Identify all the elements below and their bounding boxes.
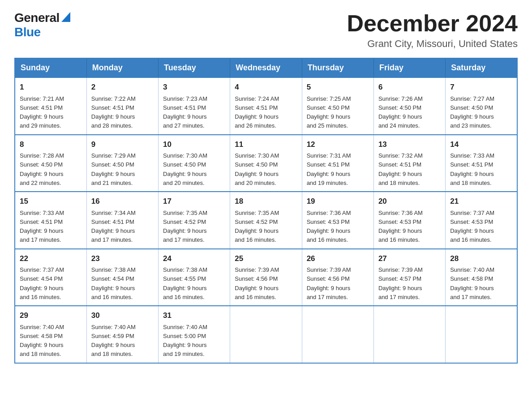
table-row: 9 Sunrise: 7:29 AMSunset: 4:50 PMDayligh…	[86, 135, 158, 192]
table-row: 5 Sunrise: 7:25 AMSunset: 4:50 PMDayligh…	[302, 77, 373, 135]
day-info: Sunrise: 7:28 AMSunset: 4:50 PMDaylight:…	[20, 152, 64, 186]
col-sunday: Sunday	[15, 58, 86, 77]
table-row: 6 Sunrise: 7:26 AMSunset: 4:50 PMDayligh…	[373, 77, 445, 135]
col-wednesday: Wednesday	[230, 58, 302, 77]
day-info: Sunrise: 7:40 AMSunset: 4:59 PMDaylight:…	[91, 324, 136, 358]
day-info: Sunrise: 7:25 AMSunset: 4:50 PMDaylight:…	[307, 95, 351, 129]
calendar-week-row: 8 Sunrise: 7:28 AMSunset: 4:50 PMDayligh…	[15, 135, 517, 192]
table-row: 4 Sunrise: 7:24 AMSunset: 4:51 PMDayligh…	[230, 77, 302, 135]
day-number: 24	[163, 253, 225, 265]
day-info: Sunrise: 7:40 AMSunset: 4:58 PMDaylight:…	[450, 266, 494, 300]
table-row: 28 Sunrise: 7:40 AMSunset: 4:58 PMDaylig…	[446, 249, 517, 306]
table-row: 18 Sunrise: 7:35 AMSunset: 4:52 PMDaylig…	[230, 192, 302, 249]
table-row	[446, 306, 517, 363]
page-header: General Blue December 2024 Grant City, M…	[14, 11, 518, 50]
table-row: 14 Sunrise: 7:33 AMSunset: 4:51 PMDaylig…	[446, 135, 517, 192]
day-info: Sunrise: 7:37 AMSunset: 4:53 PMDaylight:…	[450, 210, 494, 244]
day-number: 27	[378, 253, 441, 265]
table-row	[230, 306, 302, 363]
day-number: 12	[307, 139, 369, 150]
table-row	[373, 306, 445, 363]
table-row: 16 Sunrise: 7:34 AMSunset: 4:51 PMDaylig…	[86, 192, 158, 249]
day-info: Sunrise: 7:33 AMSunset: 4:51 PMDaylight:…	[20, 210, 64, 244]
logo-arrow-icon	[60, 12, 70, 24]
calendar-table: Sunday Monday Tuesday Wednesday Thursday…	[14, 58, 518, 364]
day-number: 14	[450, 139, 512, 150]
day-info: Sunrise: 7:29 AMSunset: 4:50 PMDaylight:…	[91, 152, 136, 186]
logo-blue-text: Blue	[14, 25, 41, 39]
day-info: Sunrise: 7:40 AMSunset: 5:00 PMDaylight:…	[163, 324, 207, 358]
col-saturday: Saturday	[446, 58, 517, 77]
table-row: 22 Sunrise: 7:37 AMSunset: 4:54 PMDaylig…	[15, 249, 86, 306]
day-info: Sunrise: 7:38 AMSunset: 4:55 PMDaylight:…	[163, 266, 207, 300]
table-row: 29 Sunrise: 7:40 AMSunset: 4:58 PMDaylig…	[15, 306, 86, 363]
table-row: 19 Sunrise: 7:36 AMSunset: 4:53 PMDaylig…	[302, 192, 373, 249]
day-info: Sunrise: 7:35 AMSunset: 4:52 PMDaylight:…	[235, 210, 279, 244]
day-number: 16	[91, 196, 154, 207]
table-row: 30 Sunrise: 7:40 AMSunset: 4:59 PMDaylig…	[86, 306, 158, 363]
day-info: Sunrise: 7:26 AMSunset: 4:50 PMDaylight:…	[378, 95, 423, 129]
calendar-header-row: Sunday Monday Tuesday Wednesday Thursday…	[15, 58, 517, 77]
col-friday: Friday	[373, 58, 445, 77]
table-row: 8 Sunrise: 7:28 AMSunset: 4:50 PMDayligh…	[15, 135, 86, 192]
day-number: 20	[378, 196, 441, 207]
day-number: 28	[450, 253, 512, 265]
col-thursday: Thursday	[302, 58, 373, 77]
table-row	[302, 306, 373, 363]
day-info: Sunrise: 7:22 AMSunset: 4:51 PMDaylight:…	[91, 95, 136, 129]
day-number: 30	[91, 310, 154, 321]
day-info: Sunrise: 7:21 AMSunset: 4:51 PMDaylight:…	[20, 95, 64, 129]
location-subtitle: Grant City, Missouri, United States	[347, 38, 518, 50]
table-row: 3 Sunrise: 7:23 AMSunset: 4:51 PMDayligh…	[159, 77, 230, 135]
table-row: 24 Sunrise: 7:38 AMSunset: 4:55 PMDaylig…	[159, 249, 230, 306]
day-number: 23	[91, 253, 154, 265]
table-row: 21 Sunrise: 7:37 AMSunset: 4:53 PMDaylig…	[446, 192, 517, 249]
calendar-week-row: 22 Sunrise: 7:37 AMSunset: 4:54 PMDaylig…	[15, 249, 517, 306]
day-info: Sunrise: 7:36 AMSunset: 4:53 PMDaylight:…	[307, 210, 351, 244]
day-number: 13	[378, 139, 441, 150]
day-info: Sunrise: 7:34 AMSunset: 4:51 PMDaylight:…	[91, 210, 136, 244]
day-number: 4	[235, 81, 297, 93]
day-number: 6	[378, 81, 441, 93]
logo-general-text: General	[14, 11, 60, 25]
day-number: 8	[20, 139, 82, 150]
day-info: Sunrise: 7:39 AMSunset: 4:56 PMDaylight:…	[307, 266, 351, 300]
day-info: Sunrise: 7:33 AMSunset: 4:51 PMDaylight:…	[450, 152, 494, 186]
day-info: Sunrise: 7:30 AMSunset: 4:50 PMDaylight:…	[235, 152, 279, 186]
table-row: 12 Sunrise: 7:31 AMSunset: 4:51 PMDaylig…	[302, 135, 373, 192]
table-row: 15 Sunrise: 7:33 AMSunset: 4:51 PMDaylig…	[15, 192, 86, 249]
day-info: Sunrise: 7:23 AMSunset: 4:51 PMDaylight:…	[163, 95, 207, 129]
table-row: 23 Sunrise: 7:38 AMSunset: 4:54 PMDaylig…	[86, 249, 158, 306]
table-row: 7 Sunrise: 7:27 AMSunset: 4:50 PMDayligh…	[446, 77, 517, 135]
day-number: 21	[450, 196, 512, 207]
day-info: Sunrise: 7:27 AMSunset: 4:50 PMDaylight:…	[450, 95, 494, 129]
day-number: 15	[20, 196, 82, 207]
day-number: 1	[20, 81, 82, 93]
day-number: 17	[163, 196, 225, 207]
calendar-week-row: 1 Sunrise: 7:21 AMSunset: 4:51 PMDayligh…	[15, 77, 517, 135]
col-monday: Monday	[86, 58, 158, 77]
day-info: Sunrise: 7:37 AMSunset: 4:54 PMDaylight:…	[20, 266, 64, 300]
table-row: 20 Sunrise: 7:36 AMSunset: 4:53 PMDaylig…	[373, 192, 445, 249]
day-number: 18	[235, 196, 297, 207]
logo: General Blue	[14, 11, 70, 39]
day-info: Sunrise: 7:39 AMSunset: 4:56 PMDaylight:…	[235, 266, 279, 300]
calendar-week-row: 15 Sunrise: 7:33 AMSunset: 4:51 PMDaylig…	[15, 192, 517, 249]
day-number: 2	[91, 81, 154, 93]
day-number: 11	[235, 139, 297, 150]
svg-marker-0	[61, 12, 70, 22]
day-number: 26	[307, 253, 369, 265]
table-row: 25 Sunrise: 7:39 AMSunset: 4:56 PMDaylig…	[230, 249, 302, 306]
day-info: Sunrise: 7:31 AMSunset: 4:51 PMDaylight:…	[307, 152, 351, 186]
day-number: 19	[307, 196, 369, 207]
day-number: 29	[20, 310, 82, 321]
table-row: 31 Sunrise: 7:40 AMSunset: 5:00 PMDaylig…	[159, 306, 230, 363]
table-row: 11 Sunrise: 7:30 AMSunset: 4:50 PMDaylig…	[230, 135, 302, 192]
day-info: Sunrise: 7:24 AMSunset: 4:51 PMDaylight:…	[235, 95, 279, 129]
table-row: 27 Sunrise: 7:39 AMSunset: 4:57 PMDaylig…	[373, 249, 445, 306]
day-info: Sunrise: 7:40 AMSunset: 4:58 PMDaylight:…	[20, 324, 64, 358]
day-info: Sunrise: 7:36 AMSunset: 4:53 PMDaylight:…	[378, 210, 423, 244]
col-tuesday: Tuesday	[159, 58, 230, 77]
table-row: 10 Sunrise: 7:30 AMSunset: 4:50 PMDaylig…	[159, 135, 230, 192]
table-row: 1 Sunrise: 7:21 AMSunset: 4:51 PMDayligh…	[15, 77, 86, 135]
